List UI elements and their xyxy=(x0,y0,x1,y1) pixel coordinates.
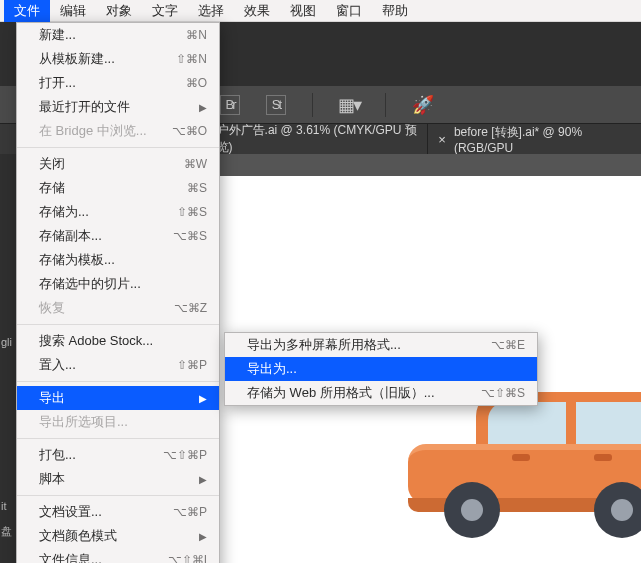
menu-item-label: 存储副本... xyxy=(39,227,102,245)
menu-item-label: 从模板新建... xyxy=(39,50,115,68)
menu-item-shortcut: ⇧⌘P xyxy=(177,358,207,372)
menu-item-label: 导出为... xyxy=(247,360,297,378)
menu-item-shortcut: ⌥⇧⌘S xyxy=(481,386,525,400)
menu-item[interactable]: 导出所选项目... xyxy=(17,410,219,434)
menu-item-label: 脚本 xyxy=(39,470,65,488)
gpu-icon[interactable]: 🚀 xyxy=(412,94,434,116)
stock-icon[interactable]: St xyxy=(266,95,286,115)
menu-item[interactable]: 搜索 Adobe Stock... xyxy=(17,329,219,353)
menu-item[interactable]: 存储为模板... xyxy=(17,248,219,272)
menu-item-label: 关闭 xyxy=(39,155,65,173)
menu-item[interactable]: 恢复⌥⌘Z xyxy=(17,296,219,320)
menu-item-shortcut: ⌥⌘S xyxy=(173,229,207,243)
bridge-icon[interactable]: Br xyxy=(220,95,240,115)
menu-item[interactable]: 存储为 Web 所用格式（旧版）...⌥⇧⌘S xyxy=(225,381,537,405)
menu-item-shortcut: ⌥⌘O xyxy=(172,124,207,138)
document-tab[interactable]: × before [转换].ai* @ 90% (RGB/GPU xyxy=(427,124,641,154)
menu-item-label: 存储为模板... xyxy=(39,251,115,269)
menu-item-label: 导出为多种屏幕所用格式... xyxy=(247,336,401,354)
menubar-item[interactable]: 编辑 xyxy=(50,0,96,22)
menu-item-shortcut: ⌘N xyxy=(186,28,207,42)
menu-item[interactable]: 文档设置...⌥⌘P xyxy=(17,500,219,524)
menu-item[interactable]: 文件信息...⌥⇧⌘I xyxy=(17,548,219,563)
menubar-item[interactable]: 效果 xyxy=(234,0,280,22)
menu-item[interactable]: 置入...⇧⌘P xyxy=(17,353,219,377)
menu-item-label: 最近打开的文件 xyxy=(39,98,130,116)
menu-item-shortcut: ⌥⌘Z xyxy=(174,301,207,315)
menubar-item[interactable]: 对象 xyxy=(96,0,142,22)
car-illustration xyxy=(408,392,641,532)
menu-item-shortcut: ⌥⌘E xyxy=(491,338,525,352)
menu-separator xyxy=(17,381,219,382)
menu-separator xyxy=(17,495,219,496)
submenu-arrow-icon: ▶ xyxy=(199,474,207,485)
submenu-arrow-icon: ▶ xyxy=(199,531,207,542)
menu-item-label: 文档设置... xyxy=(39,503,102,521)
toolbar-separator xyxy=(385,93,386,117)
menubar-item[interactable]: 文字 xyxy=(142,0,188,22)
menu-item[interactable]: 脚本▶ xyxy=(17,467,219,491)
menu-item-shortcut: ⌘O xyxy=(186,76,207,90)
menu-item-label: 存储选中的切片... xyxy=(39,275,141,293)
panel-fragment: gli it 盘 xyxy=(0,330,16,545)
menubar-item[interactable]: 视图 xyxy=(280,0,326,22)
tab-label: 户外广告.ai @ 3.61% (CMYK/GPU 预览) xyxy=(217,122,418,156)
menu-item-label: 打包... xyxy=(39,446,76,464)
menu-item-label: 导出 xyxy=(39,389,65,407)
close-icon[interactable]: × xyxy=(438,132,446,147)
menu-item-shortcut: ⌥⇧⌘I xyxy=(168,553,207,563)
menubar-item[interactable]: 窗口 xyxy=(326,0,372,22)
menu-item[interactable]: 存储选中的切片... xyxy=(17,272,219,296)
menubar-item[interactable]: 帮助 xyxy=(372,0,418,22)
menu-item-label: 存储 xyxy=(39,179,65,197)
menu-item-shortcut: ⌘W xyxy=(184,157,207,171)
menu-item[interactable]: 打开...⌘O xyxy=(17,71,219,95)
menubar-item[interactable]: 文件 xyxy=(4,0,50,22)
menu-item[interactable]: 打包...⌥⇧⌘P xyxy=(17,443,219,467)
menu-item-shortcut: ⌥⌘P xyxy=(173,505,207,519)
menu-item[interactable]: 导出为... xyxy=(225,357,537,381)
menu-item[interactable]: 最近打开的文件▶ xyxy=(17,95,219,119)
tab-label: before [转换].ai* @ 90% (RGB/GPU xyxy=(454,124,631,155)
menu-item-label: 存储为 Web 所用格式（旧版）... xyxy=(247,384,435,402)
menu-item[interactable]: 存储副本...⌥⌘S xyxy=(17,224,219,248)
menu-item[interactable]: 存储⌘S xyxy=(17,176,219,200)
menu-item[interactable]: 存储为...⇧⌘S xyxy=(17,200,219,224)
menu-item-shortcut: ⌘S xyxy=(187,181,207,195)
menu-separator xyxy=(17,438,219,439)
menu-item[interactable]: 导出▶ xyxy=(17,386,219,410)
menu-separator xyxy=(17,324,219,325)
menu-item[interactable]: 导出为多种屏幕所用格式...⌥⌘E xyxy=(225,333,537,357)
menu-item[interactable]: 关闭⌘W xyxy=(17,152,219,176)
toolbar-separator xyxy=(312,93,313,117)
menu-item-label: 打开... xyxy=(39,74,76,92)
menu-item[interactable]: 从模板新建...⇧⌘N xyxy=(17,47,219,71)
menu-item[interactable]: 新建...⌘N xyxy=(17,23,219,47)
menu-item-label: 文档颜色模式 xyxy=(39,527,117,545)
menu-item-label: 新建... xyxy=(39,26,76,44)
menu-item-label: 置入... xyxy=(39,356,76,374)
menu-item-label: 导出所选项目... xyxy=(39,413,128,431)
menu-item-shortcut: ⇧⌘S xyxy=(177,205,207,219)
arrange-icon[interactable]: ▦▾ xyxy=(339,95,359,115)
menu-item[interactable]: 文档颜色模式▶ xyxy=(17,524,219,548)
menu-separator xyxy=(17,147,219,148)
menu-item-label: 存储为... xyxy=(39,203,89,221)
menu-item[interactable]: 在 Bridge 中浏览...⌥⌘O xyxy=(17,119,219,143)
export-submenu: 导出为多种屏幕所用格式...⌥⌘E导出为...存储为 Web 所用格式（旧版）.… xyxy=(224,332,538,406)
menu-item-label: 在 Bridge 中浏览... xyxy=(39,122,147,140)
menu-item-label: 恢复 xyxy=(39,299,65,317)
document-tab[interactable]: × 户外广告.ai @ 3.61% (CMYK/GPU 预览) xyxy=(190,124,427,154)
menu-item-label: 搜索 Adobe Stock... xyxy=(39,332,153,350)
menu-item-shortcut: ⌥⇧⌘P xyxy=(163,448,207,462)
submenu-arrow-icon: ▶ xyxy=(199,393,207,404)
submenu-arrow-icon: ▶ xyxy=(199,102,207,113)
menubar-item[interactable]: 选择 xyxy=(188,0,234,22)
file-menu: 新建...⌘N从模板新建...⇧⌘N打开...⌘O最近打开的文件▶在 Bridg… xyxy=(16,22,220,563)
menu-item-shortcut: ⇧⌘N xyxy=(176,52,207,66)
menubar: 文件编辑对象文字选择效果视图窗口帮助 xyxy=(0,0,641,22)
menu-item-label: 文件信息... xyxy=(39,551,102,563)
